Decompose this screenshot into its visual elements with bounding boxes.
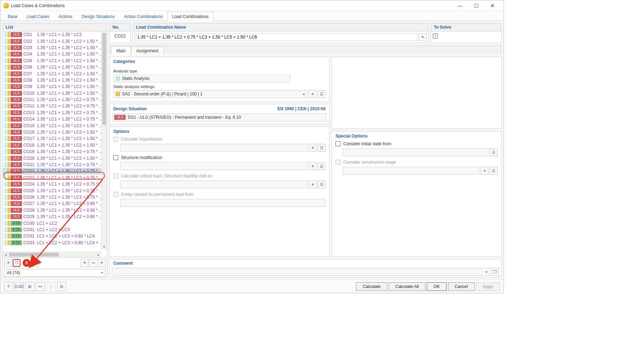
edit-name-button[interactable]: ✎ — [419, 33, 426, 41]
help-button[interactable]: ? — [4, 282, 13, 291]
list-item[interactable]: ULSCO71.35 * LC1 + 1.35 * LC2 + 1.50 * L… — [3, 70, 107, 77]
list-item[interactable]: ULSCO221.35 * LC1 + 1.35 * LC2 + 0.75 * … — [3, 168, 107, 174]
list-item[interactable]: ULSCO181.35 * LC1 + 1.35 * LC2 + 1.50 * … — [3, 142, 107, 148]
tab-design-situations[interactable]: Design Situations — [77, 12, 119, 21]
calculate-all-button[interactable]: Calculate All — [389, 282, 425, 291]
list-item[interactable]: ULSCO41.35 * LC1 + 1.35 * LC2 + 1.50 * L… — [3, 51, 107, 57]
structmod-btn1[interactable]: ✳ — [309, 162, 316, 170]
name-input[interactable] — [135, 33, 417, 41]
list-rows[interactable]: ULSCO11.35 * LC1 + 1.35 * LC2ULSCO21.35 … — [3, 31, 107, 257]
swatch-icon — [7, 195, 10, 200]
type-badge: ULS — [11, 156, 22, 161]
co-description: 1.35 * LC1 + 1.35 * LC2 + 0.75 * LC3 — [37, 104, 105, 108]
list-item[interactable]: ULSCO171.35 * LC1 + 1.35 * LC2 + 1.50 * … — [3, 135, 107, 142]
settings-edit-button[interactable]: ☰ — [318, 90, 326, 98]
list-item[interactable]: ULSCO191.35 * LC1 + 1.35 * LC2 + 0.75 * … — [3, 148, 107, 155]
ok-button[interactable]: OK — [427, 282, 446, 291]
swatch-icon — [4, 182, 7, 187]
layout-menu-button[interactable]: ▾ — [98, 259, 105, 267]
details-panel: No. CO22 Load Combination Name ✎ To Solv… — [109, 23, 501, 277]
list-scrollbar-vertical[interactable]: ▴ ▾ — [101, 31, 107, 249]
list-item[interactable]: ULSCO131.35 * LC1 + 1.35 * LC2 + 0.75 * … — [3, 110, 107, 116]
toggle-checks-button[interactable]: ☑ — [31, 259, 39, 267]
cancel-button[interactable]: Cancel — [448, 282, 475, 291]
list-item[interactable]: ULSCO281.35 * LC1 + 1.35 * LC2 + 0.90 * … — [3, 207, 107, 213]
structmod-checkbox[interactable] — [113, 155, 118, 160]
scroll-down-icon[interactable]: ▾ — [102, 244, 107, 249]
filter-select[interactable]: All (74) ▾ — [4, 269, 105, 277]
scroll-left-icon[interactable]: ◂ — [3, 252, 8, 257]
comment-select[interactable]: ▾ — [112, 268, 490, 276]
calculate-button[interactable]: Calculate — [356, 282, 387, 291]
co-description: 1.35 * LC1 + 1.35 * LC2 + 0.75 * LC3 — [37, 175, 105, 180]
layout-button[interactable]: ▭ — [89, 259, 97, 267]
analysis-type-swatch — [116, 76, 120, 81]
initial-state-checkbox[interactable] — [335, 141, 340, 146]
tab-load-cases[interactable]: Load Cases — [22, 12, 54, 21]
script-button[interactable]: ∫ — [46, 282, 56, 291]
construction-btn1[interactable]: ✳ — [481, 167, 488, 175]
list-item[interactable]: ULSCO271.35 * LC1 + 1.35 * LC2 + 0.90 * … — [3, 200, 107, 207]
comment-button[interactable]: ❐ — [491, 268, 499, 276]
list-item[interactable]: ULSCO51.35 * LC1 + 1.35 * LC2 + 1.50 * L… — [3, 58, 107, 64]
delete-button[interactable]: ✕ — [81, 259, 88, 267]
list-item[interactable]: ULSCO261.35 * LC1 + 1.35 * LC2 + 0.75 * … — [3, 194, 107, 200]
imperfection-btn2[interactable]: ☰ — [318, 144, 326, 152]
scroll-thumb[interactable] — [102, 33, 106, 125]
new-item-button[interactable]: ✳ — [4, 259, 12, 267]
imperfection-btn1[interactable]: ✳ — [309, 144, 316, 152]
list-item[interactable]: ULSCO211.35 * LC1 + 1.35 * LC2 + 0.75 * … — [3, 162, 107, 168]
list-item[interactable]: ULSCO11.35 * LC1 + 1.35 * LC2 — [3, 31, 107, 38]
critical-field — [120, 181, 307, 188]
initial-btn1[interactable]: ☰ — [490, 148, 498, 156]
list-item[interactable]: ULSCO291.35 * LC1 + 1.35 * LC2 + 0.90 * … — [3, 213, 107, 220]
settings-new-button[interactable]: ✳ — [309, 90, 316, 98]
static-settings-select[interactable]: SA2 - Second-order (P-Δ) | Picard | 100 … — [113, 90, 307, 98]
list-item[interactable]: ULSCO241.35 * LC1 + 1.35 * LC2 + 0.75 * … — [3, 181, 107, 187]
tab-action-combinations[interactable]: Action Combinations — [119, 12, 167, 21]
minimize-button[interactable]: ― — [452, 0, 468, 11]
list-item[interactable]: ULSCO121.35 * LC1 + 1.35 * LC2 + 0.75 * … — [3, 103, 107, 109]
list-item[interactable]: ULSCO141.35 * LC1 + 1.35 * LC2 + 0.75 * … — [3, 116, 107, 122]
list-item[interactable]: ULSCO91.35 * LC1 + 1.35 * LC2 + 1.50 * L… — [3, 83, 107, 90]
snap-button[interactable]: ⊞ — [25, 282, 34, 291]
list-item[interactable]: ULSCO81.35 * LC1 + 1.35 * LC2 + 1.50 * L… — [3, 77, 107, 83]
close-button[interactable]: ✕ — [484, 0, 501, 11]
critical-btn1[interactable]: ✳ — [309, 181, 316, 188]
list-item[interactable]: ULSCO201.35 * LC1 + 1.35 * LC2 + 1.50 * … — [3, 155, 107, 161]
structmod-btn2[interactable]: ☰ — [318, 162, 326, 170]
units-button[interactable]: 0.00 — [15, 282, 24, 291]
fx-button[interactable]: fx — [57, 282, 66, 291]
list-item[interactable]: ULSCO31.35 * LC1 + 1.35 * LC2 + 1.50 * L… — [3, 45, 107, 51]
critical-btn2[interactable]: ☰ — [318, 181, 326, 188]
construction-btn2[interactable]: ☰ — [490, 167, 498, 175]
tab-base[interactable]: Base — [3, 12, 22, 21]
list-item[interactable]: S ChCO32LC1 + LC2 + LC3 + 0.60 * LC4 — [3, 233, 107, 239]
swatch-icon — [4, 58, 7, 63]
list-item[interactable]: ULSCO231.35 * LC1 + 1.35 * LC2 + 0.75 * … — [3, 175, 107, 181]
list-scrollbar-horizontal[interactable]: ◂ ▸ — [3, 252, 101, 257]
tab-load-combinations[interactable]: Load Combinations — [167, 12, 213, 21]
subtab-main[interactable]: Main — [111, 47, 131, 55]
tab-actions[interactable]: Actions — [54, 12, 77, 21]
list-item[interactable]: ULSCO61.35 * LC1 + 1.35 * LC2 + 1.50 * L… — [3, 64, 107, 70]
design-situation-title: Design Situation — [113, 106, 147, 111]
list-item[interactable]: S ChCO30LC1 + LC2 — [3, 220, 107, 226]
list-item[interactable]: ULSCO21.35 * LC1 + 1.35 * LC2 + 1.50 * L… — [3, 38, 107, 44]
list-item[interactable]: ULSCO151.35 * LC1 + 1.35 * LC2 + 1.50 * … — [3, 122, 107, 129]
list-item[interactable]: ULSCO161.35 * LC1 + 1.35 * LC2 + 1.50 * … — [3, 129, 107, 135]
hscroll-thumb[interactable] — [9, 253, 59, 257]
link-button[interactable]: ⚯ — [36, 282, 45, 291]
subtab-assignment[interactable]: Assignment — [131, 47, 164, 55]
list-item[interactable]: S ChCO31LC1 + LC2 + LC3 — [3, 227, 107, 233]
list-item[interactable]: S ChCO33LC1 + LC2 + LC3 + 0.60 * LC4 + 0… — [3, 240, 107, 246]
copy-item-button[interactable]: ❐ — [13, 259, 21, 267]
comment-title: Comment — [110, 259, 501, 266]
maximize-button[interactable]: ☐ — [468, 0, 484, 11]
scroll-right-icon[interactable]: ▸ — [96, 252, 101, 257]
list-item[interactable]: ULSCO111.35 * LC1 + 1.35 * LC2 + 0.75 * … — [3, 96, 107, 103]
list-item[interactable]: ULSCO251.35 * LC1 + 1.35 * LC2 + 0.75 * … — [3, 187, 107, 194]
solve-checkbox[interactable] — [433, 34, 438, 39]
co-number: CO3 — [23, 45, 36, 50]
list-item[interactable]: ULSCO101.35 * LC1 + 1.35 * LC2 + 1.50 * … — [3, 90, 107, 96]
